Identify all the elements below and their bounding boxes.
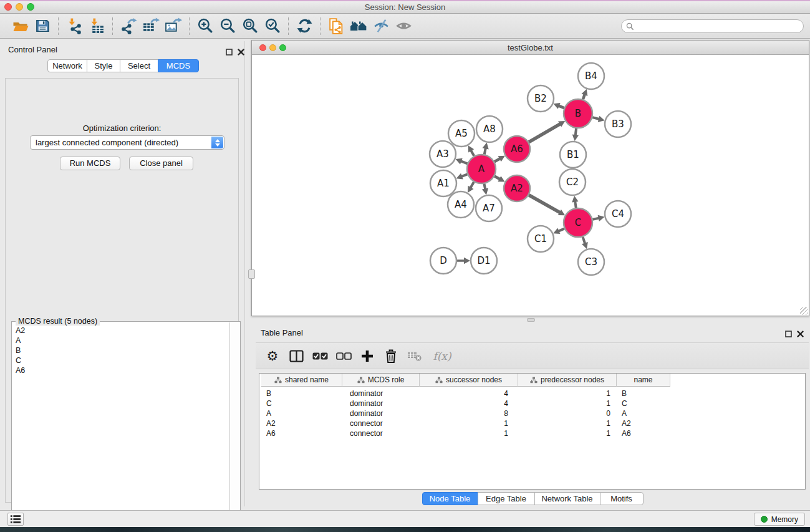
table-settings-icon[interactable]: ⚙ <box>264 347 281 365</box>
table-cell: A6 <box>617 428 670 438</box>
graph-node-C1[interactable]: C1 <box>528 226 554 252</box>
show-columns-icon[interactable] <box>287 347 305 365</box>
save-session-icon[interactable] <box>31 16 54 36</box>
column-header-shared-name[interactable]: shared name <box>261 374 342 387</box>
zoom-selected-icon[interactable] <box>261 16 284 36</box>
export-image-icon[interactable] <box>162 16 185 36</box>
graph-node-C2[interactable]: C2 <box>559 169 586 195</box>
graph-node-A8[interactable]: A8 <box>476 116 503 142</box>
edge-A6-B[interactable] <box>529 123 561 142</box>
node-label: A1 <box>437 178 450 189</box>
close-table-panel-icon[interactable] <box>797 329 804 336</box>
search-field[interactable] <box>621 19 804 33</box>
graph-node-B1[interactable]: B1 <box>560 142 586 168</box>
result-item[interactable]: A2 <box>16 326 229 336</box>
deselect-all-icon[interactable] <box>335 347 352 365</box>
close-panel-button[interactable]: Close panel <box>129 157 193 170</box>
graph-node-A5[interactable]: A5 <box>448 120 475 147</box>
tab-style[interactable]: Style <box>87 59 120 72</box>
import-network-icon[interactable] <box>63 16 85 36</box>
graph-node-C[interactable]: C <box>564 208 592 237</box>
run-mcds-button[interactable]: Run MCDS <box>60 157 120 170</box>
column-header-predecessor-nodes[interactable]: predecessor nodes <box>518 374 617 387</box>
panel-grip-icon[interactable] <box>248 269 255 279</box>
function-builder-icon[interactable]: f(x) <box>430 347 455 365</box>
table-row[interactable]: Cdominator41C <box>261 399 805 409</box>
graph-node-A3[interactable]: A3 <box>430 141 456 167</box>
zoom-in-icon[interactable] <box>194 16 216 36</box>
graph-node-A7[interactable]: A7 <box>476 195 502 221</box>
shared-column-icon <box>530 377 538 384</box>
graph-node-A6[interactable]: A6 <box>504 136 530 162</box>
tab-node-table[interactable]: Node Table <box>422 492 478 505</box>
shared-column-icon <box>274 377 282 384</box>
graph-node-D1[interactable]: D1 <box>471 248 497 274</box>
select-all-icon[interactable] <box>311 347 329 365</box>
node-label: C4 <box>612 208 624 220</box>
result-scrollbar[interactable] <box>229 322 239 532</box>
column-header-MCDS-role[interactable]: MCDS role <box>342 374 420 387</box>
table-cell: B <box>617 389 670 399</box>
graph-node-B4[interactable]: B4 <box>578 63 604 89</box>
search-input[interactable] <box>634 22 803 31</box>
graph-node-D[interactable]: D <box>430 248 456 274</box>
memory-button[interactable]: Memory <box>754 513 805 526</box>
result-item[interactable]: C <box>16 355 229 365</box>
hide-selected-icon[interactable] <box>370 16 392 36</box>
add-column-icon[interactable] <box>359 347 376 365</box>
export-table-icon[interactable] <box>140 16 162 36</box>
mcds-result-box: MCDS result (5 nodes) A2ABCA6 <box>11 321 241 532</box>
node-label: B3 <box>612 118 624 130</box>
import-table-icon[interactable] <box>85 16 108 36</box>
float-panel-icon[interactable] <box>226 47 233 54</box>
graph-node-A1[interactable]: A1 <box>430 170 456 196</box>
tab-edge-table[interactable]: Edge Table <box>478 492 535 505</box>
graph-node-A4[interactable]: A4 <box>448 191 474 218</box>
result-item[interactable]: A <box>16 336 229 346</box>
table-row[interactable]: A2connector11A2 <box>261 418 805 428</box>
delete-column-icon[interactable] <box>382 347 400 365</box>
apply-layout-icon[interactable] <box>293 16 316 36</box>
tab-select[interactable]: Select <box>120 59 158 72</box>
tab-network[interactable]: Network <box>47 59 87 72</box>
table-toolbar: ⚙ f(x) <box>256 342 809 369</box>
network-window-titlebar[interactable]: testGlobe.txt <box>252 41 809 55</box>
table-cell: 1 <box>518 428 617 438</box>
graph-node-C3[interactable]: C3 <box>578 249 604 275</box>
close-panel-icon[interactable] <box>238 47 245 54</box>
column-header-name[interactable]: name <box>617 374 670 387</box>
graph-node-B2[interactable]: B2 <box>528 85 554 112</box>
zoom-out-icon[interactable] <box>216 16 239 36</box>
graph-node-B3[interactable]: B3 <box>605 111 631 137</box>
zoom-fit-icon[interactable] <box>239 16 261 36</box>
split-grip[interactable] <box>527 318 535 322</box>
result-item[interactable]: A6 <box>16 365 229 375</box>
tab-network-table[interactable]: Network Table <box>534 492 600 505</box>
edge-A2-C[interactable] <box>529 195 561 213</box>
graph-node-A2[interactable]: A2 <box>504 175 530 201</box>
column-header-successor-nodes[interactable]: successor nodes <box>420 374 518 387</box>
first-neighbors-icon[interactable] <box>347 16 370 36</box>
table-row[interactable]: A6connector11A6 <box>261 428 805 438</box>
tab-mcds[interactable]: MCDS <box>158 59 199 72</box>
open-file-icon[interactable] <box>9 16 31 36</box>
network-from-file-icon[interactable] <box>325 16 347 36</box>
window-resize-grip[interactable] <box>800 307 808 315</box>
task-history-icon[interactable] <box>7 513 24 526</box>
table-row[interactable]: Adominator80A <box>261 409 805 418</box>
float-table-panel-icon[interactable] <box>785 329 793 336</box>
tab-motifs[interactable]: Motifs <box>600 492 644 505</box>
table-cell: dominator <box>342 399 420 409</box>
result-item[interactable]: B <box>16 346 229 355</box>
mcds-result-list[interactable]: A2ABCA6 <box>13 324 229 532</box>
graph-node-C4[interactable]: C4 <box>605 201 631 227</box>
show-all-icon[interactable] <box>392 16 415 36</box>
delete-table-icon[interactable] <box>406 347 423 365</box>
node-label: B4 <box>585 70 597 82</box>
network-canvas[interactable]: ABCA2A6A1A3A4A5A7A8B1B2B3B4C1C2C3C4DD1 <box>252 55 809 316</box>
export-network-icon[interactable] <box>117 16 140 36</box>
criterion-dropdown[interactable]: largest connected component (directed) <box>30 135 224 150</box>
graph-node-A[interactable]: A <box>467 155 496 183</box>
graph-node-B[interactable]: B <box>564 99 592 128</box>
table-row[interactable]: Bdominator41B <box>261 389 805 399</box>
